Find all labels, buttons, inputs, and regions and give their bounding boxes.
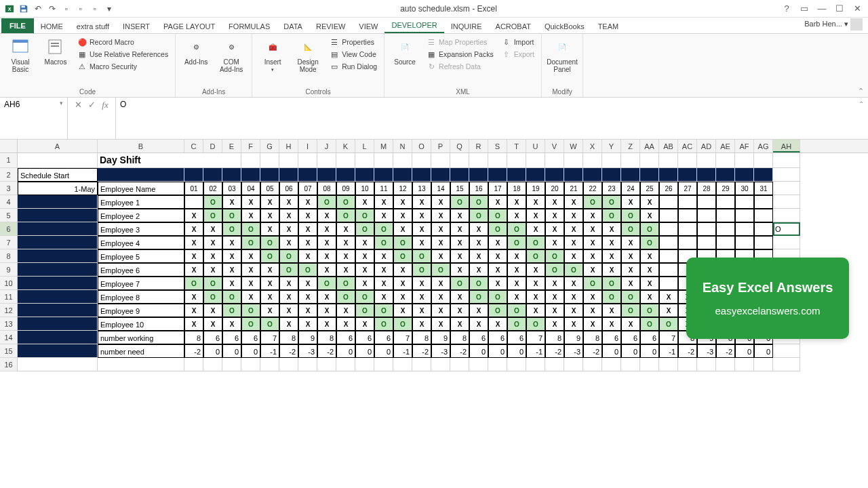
cell[interactable] xyxy=(450,358,469,371)
name-box-input[interactable] xyxy=(4,100,52,109)
cell[interactable]: X xyxy=(526,195,545,209)
cell[interactable] xyxy=(564,358,583,371)
cell[interactable]: 29 xyxy=(716,182,735,195)
cell[interactable]: X xyxy=(564,277,583,290)
column-header[interactable]: Q xyxy=(450,140,469,152)
cell[interactable]: 6 xyxy=(488,331,507,344)
cell[interactable]: O xyxy=(469,209,488,222)
cell[interactable]: O xyxy=(241,222,260,236)
cell[interactable]: X xyxy=(507,195,526,209)
column-header[interactable]: AB xyxy=(659,140,678,152)
column-header[interactable]: D xyxy=(203,140,222,152)
cell[interactable]: O xyxy=(317,195,336,209)
cell[interactable]: 27 xyxy=(678,182,697,195)
cell[interactable]: O xyxy=(450,195,469,209)
column-header[interactable]: L xyxy=(355,140,374,152)
cell[interactable]: X xyxy=(260,290,279,304)
cell[interactable]: X xyxy=(317,249,336,263)
cell[interactable] xyxy=(18,331,98,344)
cell[interactable]: X xyxy=(355,263,374,277)
excel-icon[interactable]: X xyxy=(3,2,16,16)
cell[interactable]: 21 xyxy=(564,182,583,195)
column-header[interactable]: M xyxy=(374,140,393,152)
cell[interactable]: X xyxy=(526,209,545,222)
cell[interactable] xyxy=(450,168,469,182)
formula-input[interactable]: O ⌃ xyxy=(116,98,868,139)
qat-icon[interactable]: ▫ xyxy=(74,2,87,16)
cell[interactable]: X xyxy=(469,249,488,263)
cell[interactable] xyxy=(754,236,773,249)
cell[interactable]: 06 xyxy=(279,182,298,195)
cell[interactable] xyxy=(678,195,697,209)
cell[interactable]: X xyxy=(260,195,279,209)
column-header[interactable]: X xyxy=(583,140,602,152)
cell[interactable]: X xyxy=(545,277,564,290)
cell[interactable]: 8 xyxy=(317,331,336,344)
cell[interactable] xyxy=(697,195,716,209)
column-header[interactable]: F xyxy=(241,140,260,152)
cell[interactable] xyxy=(716,236,735,249)
cell[interactable] xyxy=(184,358,203,371)
cell[interactable]: 10 xyxy=(355,182,374,195)
cell[interactable]: X xyxy=(241,195,260,209)
cell[interactable] xyxy=(18,209,98,222)
cell[interactable]: X xyxy=(355,277,374,290)
cell[interactable]: X xyxy=(279,195,298,209)
cell[interactable]: X xyxy=(298,290,317,304)
cell[interactable] xyxy=(735,153,754,168)
cell[interactable]: X xyxy=(488,195,507,209)
cell[interactable] xyxy=(678,168,697,182)
cell[interactable]: X xyxy=(583,263,602,277)
cell[interactable]: 26 xyxy=(659,182,678,195)
cell[interactable]: O xyxy=(469,277,488,290)
cell[interactable]: X xyxy=(602,236,621,249)
tab-inquire[interactable]: INQUIRE xyxy=(444,20,489,33)
cell[interactable]: 6 xyxy=(203,331,222,344)
cell[interactable] xyxy=(469,153,488,168)
column-header[interactable]: AD xyxy=(697,140,716,152)
cell[interactable]: number working xyxy=(98,331,184,344)
cell[interactable] xyxy=(98,168,184,182)
cell[interactable]: O xyxy=(640,317,659,331)
cell[interactable]: O xyxy=(222,304,241,317)
cell[interactable] xyxy=(203,168,222,182)
cell[interactable]: X xyxy=(298,236,317,249)
cell[interactable]: X xyxy=(640,209,659,222)
cell[interactable] xyxy=(279,153,298,168)
column-header[interactable]: AA xyxy=(640,140,659,152)
cell[interactable]: O xyxy=(488,222,507,236)
cell[interactable]: X xyxy=(564,195,583,209)
tab-extra[interactable]: extra stuff xyxy=(70,20,116,33)
tab-team[interactable]: TEAM xyxy=(591,20,626,33)
cell[interactable]: X xyxy=(336,236,355,249)
cell[interactable]: 0 xyxy=(735,344,754,358)
cell[interactable] xyxy=(18,153,98,168)
cell[interactable] xyxy=(469,168,488,182)
cell[interactable]: X xyxy=(507,249,526,263)
cell[interactable]: O xyxy=(773,222,800,236)
cell[interactable]: X xyxy=(431,222,450,236)
cell[interactable]: Employee 4 xyxy=(98,236,184,249)
column-header[interactable]: C xyxy=(184,140,203,152)
cell[interactable]: X xyxy=(621,263,640,277)
cell[interactable] xyxy=(602,153,621,168)
cell[interactable]: X xyxy=(431,290,450,304)
cell[interactable]: O xyxy=(659,317,678,331)
cell[interactable]: X xyxy=(450,236,469,249)
macro-security-button[interactable]: ⚠Macro Security xyxy=(76,61,170,72)
cell[interactable]: O xyxy=(222,222,241,236)
cell[interactable]: X xyxy=(260,263,279,277)
cell[interactable] xyxy=(659,209,678,222)
column-header[interactable]: A xyxy=(18,140,98,152)
cell[interactable] xyxy=(678,153,697,168)
cell[interactable]: -2 xyxy=(450,344,469,358)
cell[interactable] xyxy=(317,153,336,168)
cell[interactable] xyxy=(98,358,184,371)
cell[interactable] xyxy=(545,168,564,182)
cell[interactable]: 0 xyxy=(241,344,260,358)
relative-refs-button[interactable]: ▦Use Relative References xyxy=(76,49,170,60)
cell[interactable]: X xyxy=(602,249,621,263)
cell[interactable]: X xyxy=(412,277,431,290)
cell[interactable]: X xyxy=(393,263,412,277)
cell[interactable]: 8 xyxy=(545,331,564,344)
